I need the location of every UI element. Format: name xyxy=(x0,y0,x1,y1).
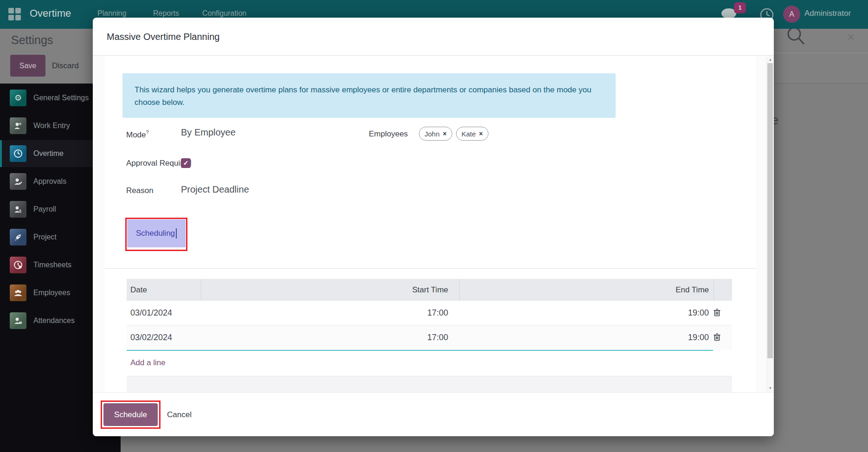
messages-count-badge: 1 xyxy=(734,2,746,13)
discard-button[interactable]: Discard xyxy=(52,55,79,77)
employee-tag-john[interactable]: John × xyxy=(419,127,452,141)
scheduling-table: Date Start Time End Time 03/01/2024 17:0… xyxy=(127,279,732,350)
schedule-button[interactable]: Schedule xyxy=(103,403,158,426)
dialog-body: This wizard helps you generate overtime … xyxy=(93,56,774,392)
save-button[interactable]: Save xyxy=(10,55,45,77)
app-brand[interactable]: Overtime xyxy=(30,0,71,29)
cell-date[interactable]: 03/02/2024 xyxy=(130,325,172,350)
scroll-down-icon[interactable]: ▼ xyxy=(767,385,774,392)
person-dollar-icon: $ xyxy=(10,201,26,218)
table-row-selected[interactable]: 03/02/2024 17:00 19:00 xyxy=(127,325,732,350)
rocket-icon xyxy=(10,229,26,245)
trash-icon xyxy=(714,309,720,316)
person-check-icon xyxy=(10,173,26,190)
dialog-title: Massive Overtime Planning xyxy=(107,18,219,56)
approval-required-checkbox[interactable]: ✓ xyxy=(181,158,191,168)
employees-label: Employees xyxy=(369,129,408,139)
cell-date[interactable]: 03/01/2024 xyxy=(130,301,172,325)
info-alert: This wizard helps you generate overtime … xyxy=(122,73,616,118)
remove-tag-icon[interactable]: × xyxy=(443,130,447,137)
text-cursor xyxy=(176,228,177,239)
add-a-line-link[interactable]: Add a line xyxy=(130,351,166,375)
mode-label: Mode? xyxy=(126,129,149,140)
gear-icon: ⚙ xyxy=(10,90,26,106)
column-header-date[interactable]: Date xyxy=(130,279,147,301)
dialog-header: Massive Overtime Planning × xyxy=(93,18,774,56)
user-menu[interactable]: Administrator xyxy=(804,0,851,29)
help-tooltip-icon: ? xyxy=(146,129,149,135)
tab-scheduling[interactable]: Scheduling xyxy=(127,220,186,247)
work-entry-icon xyxy=(10,117,26,134)
column-header-actions xyxy=(714,279,732,301)
background-divider xyxy=(774,53,868,53)
user-avatar[interactable]: A xyxy=(783,6,800,23)
remove-tag-icon[interactable]: × xyxy=(479,130,483,137)
scrollbar-thumb[interactable] xyxy=(767,63,773,358)
cell-end-time[interactable]: 19:00 xyxy=(459,325,714,350)
cancel-button[interactable]: Cancel xyxy=(167,403,192,426)
scroll-up-icon[interactable]: ▲ xyxy=(767,57,774,63)
close-icon[interactable]: × xyxy=(842,28,860,46)
dialog-footer: Schedule Cancel xyxy=(93,392,774,436)
delete-row-button[interactable] xyxy=(714,301,732,325)
form-sheet: This wizard helps you generate overtime … xyxy=(104,56,756,392)
trash-icon xyxy=(714,333,720,341)
person-arrow-icon xyxy=(10,312,26,329)
employee-tags: John × Kate × xyxy=(419,127,489,141)
delete-row-button[interactable] xyxy=(714,325,732,350)
table-header-row: Date Start Time End Time xyxy=(127,279,732,301)
background-divider xyxy=(774,83,868,84)
apps-grid-icon[interactable] xyxy=(8,8,21,20)
people-icon xyxy=(10,284,26,301)
svg-text:$: $ xyxy=(19,209,21,213)
employee-tag-kate[interactable]: Kate × xyxy=(456,127,489,141)
selected-row-underline xyxy=(127,350,713,351)
tab-bar-divider xyxy=(104,268,756,269)
cell-start-time[interactable]: 17:00 xyxy=(201,325,459,350)
timesheet-clock-icon xyxy=(10,257,26,273)
modal-scrollbar[interactable]: ▲ ▼ xyxy=(766,57,773,392)
table-row[interactable]: 03/01/2024 17:00 19:00 xyxy=(127,301,732,325)
reason-label: Reason xyxy=(126,186,154,195)
column-header-start-time[interactable]: Start Time xyxy=(201,279,459,301)
column-header-end-time[interactable]: End Time xyxy=(459,279,714,301)
cell-end-time[interactable]: 19:00 xyxy=(459,301,714,325)
cell-start-time[interactable]: 17:00 xyxy=(201,301,459,325)
reason-input[interactable]: Project Deadline xyxy=(181,184,249,195)
massive-overtime-planning-dialog: Massive Overtime Planning × This wizard … xyxy=(93,18,774,436)
page-title: Settings xyxy=(11,33,53,47)
overtime-clock-icon xyxy=(10,145,26,162)
mode-select[interactable]: By Employee xyxy=(181,127,236,138)
